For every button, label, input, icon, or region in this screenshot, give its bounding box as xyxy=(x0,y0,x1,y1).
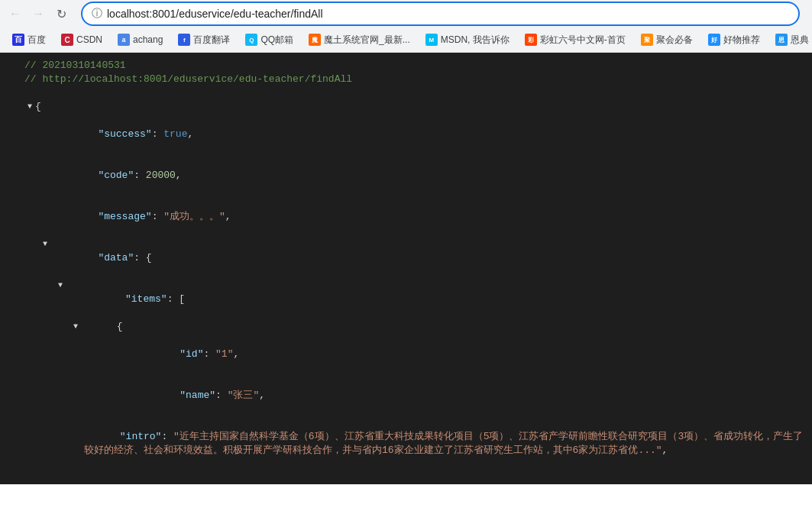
qq-icon: Q xyxy=(245,34,257,46)
achang-icon: a xyxy=(118,34,130,46)
root-open-brace: ▼ { xyxy=(0,100,812,114)
hao-icon: 好 xyxy=(708,34,720,46)
bookmark-cai-label: 彩虹六号中文网-首页 xyxy=(540,34,626,47)
browser-chrome: ← → ↻ ⓘ localhost:8001/eduservice/edu-te… xyxy=(0,0,812,53)
comment-line-1: // 20210310140531 xyxy=(0,59,812,73)
bookmark-msdn[interactable]: M MSDN, 我告诉你 xyxy=(419,31,516,49)
en-icon: 恩 xyxy=(775,34,788,46)
cai-icon: 彩 xyxy=(525,34,537,46)
message-line: "message": "成功。。。", xyxy=(0,196,812,238)
address-bar[interactable]: ⓘ localhost:8001/eduservice/edu-teacher/… xyxy=(81,2,800,26)
item1-career: "career": "高级", xyxy=(0,471,812,484)
bookmarks-bar: 百 百度 C CSDN a achang f 百度翻译 Q QQ邮箱 魔 魔土系… xyxy=(0,27,812,52)
json-content-area: // 20210310140531 // http://localhost:80… xyxy=(0,53,812,484)
bookmark-baidu-label: 百度 xyxy=(27,34,46,47)
bookmark-moban[interactable]: 魔 魔土系统官网_最新... xyxy=(302,31,416,49)
comment-line-2: // http://localhost:8001/eduservice/edu-… xyxy=(0,73,812,86)
data-open: ▼ "data": { xyxy=(0,238,812,279)
item1-id: "id": "1", xyxy=(0,334,812,375)
bookmark-cai[interactable]: 彩 彩虹六号中文网-首页 xyxy=(519,31,632,49)
csdn-icon: C xyxy=(61,34,73,46)
back-button[interactable]: ← xyxy=(6,5,24,23)
bookmark-achang[interactable]: a achang xyxy=(112,31,169,48)
bookmark-achang-label: achang xyxy=(133,34,163,45)
collapse-data[interactable]: ▼ xyxy=(40,238,50,251)
forward-button[interactable]: → xyxy=(29,5,47,23)
code-line: "code": 20000, xyxy=(0,155,812,196)
nav-bar: ← → ↻ ⓘ localhost:8001/eduservice/edu-te… xyxy=(0,0,812,27)
comment-text-1: // 20210310140531 xyxy=(24,59,126,73)
msdn-icon: M xyxy=(425,34,438,46)
items-open: ▼ "items": [ xyxy=(0,279,812,320)
bookmark-csdn[interactable]: C CSDN xyxy=(55,31,108,48)
collapse-root[interactable]: ▼ xyxy=(24,100,35,114)
comment-text-2: // http://localhost:8001/eduservice/edu-… xyxy=(24,73,352,86)
bookmark-ju-label: 聚会必备 xyxy=(656,34,693,47)
bookmark-en[interactable]: 恩 恩典 xyxy=(769,31,812,49)
bookmark-qq[interactable]: Q QQ邮箱 xyxy=(239,31,299,49)
refresh-button[interactable]: ↻ xyxy=(52,5,70,23)
collapse-items[interactable]: ▼ xyxy=(55,279,66,293)
ju-icon: 聚 xyxy=(641,34,653,46)
bookmark-fanyi[interactable]: f 百度翻译 xyxy=(172,31,236,49)
bookmark-en-label: 恩典 xyxy=(791,34,809,47)
lock-icon: ⓘ xyxy=(92,7,102,21)
item1-name: "name": "张三", xyxy=(0,375,812,416)
bookmark-moban-label: 魔土系统官网_最新... xyxy=(324,34,410,47)
bookmark-hao[interactable]: 好 好物推荐 xyxy=(702,31,766,49)
item1-intro: "intro": "近年主持国家自然科学基金（6项）、江苏省重大科技成果转化项目… xyxy=(0,416,812,471)
fanyi-icon: f xyxy=(178,34,190,46)
collapse-item1[interactable]: ▼ xyxy=(70,320,81,334)
url-text: localhost:8001/eduservice/edu-teacher/fi… xyxy=(107,8,789,20)
bookmark-ju[interactable]: 聚 聚会必备 xyxy=(635,31,699,49)
baidu-icon: 百 xyxy=(12,34,24,46)
moban-icon: 魔 xyxy=(309,34,321,46)
item1-open: ▼ { xyxy=(0,320,812,334)
bookmark-hao-label: 好物推荐 xyxy=(723,34,760,47)
bookmark-baidu[interactable]: 百 百度 xyxy=(6,31,52,49)
bookmark-fanyi-label: 百度翻译 xyxy=(193,34,230,47)
bookmark-csdn-label: CSDN xyxy=(76,34,102,45)
empty-line xyxy=(0,86,812,100)
success-line: "success": true, xyxy=(0,114,812,155)
bookmark-msdn-label: MSDN, 我告诉你 xyxy=(441,34,510,47)
bookmark-qq-label: QQ邮箱 xyxy=(260,34,293,47)
